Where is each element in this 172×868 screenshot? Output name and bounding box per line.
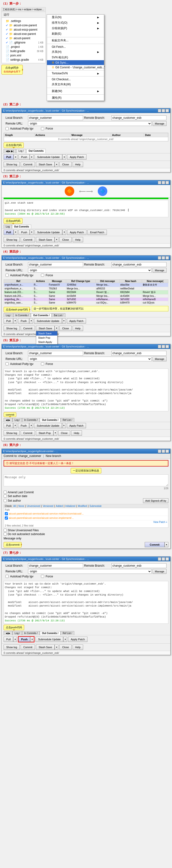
nav-in4[interactable]: In Commits / [13, 313, 31, 317]
manage-btn[interactable]: Manage [153, 121, 167, 126]
explorer-item[interactable]: ✔📄 .gitignore 1 KB [3, 40, 44, 45]
push-btn[interactable]: Push [19, 154, 30, 160]
help-btn4[interactable]: Help [73, 326, 83, 331]
submodule-btn4[interactable]: Submodule Update [34, 318, 62, 323]
menu-item-sort[interactable]: 排序方式(O)▶ [47, 20, 104, 26]
menu-item-show[interactable]: 显示(N)▶ [47, 14, 104, 20]
nav7-in[interactable]: In Commits / [22, 631, 40, 635]
pull7-arrow[interactable]: ▼ [13, 637, 17, 642]
commit-btn[interactable]: Commit [21, 162, 35, 167]
dropdown-stash-pop[interactable]: Stash Pop [36, 336, 57, 340]
help-btn5[interactable]: Help [71, 430, 82, 436]
push5-arrow[interactable]: ▼ [29, 423, 33, 428]
explorer-item[interactable]: 📄 settings.gradle 4 KB [3, 58, 44, 62]
local-branch-input5[interactable] [28, 351, 83, 355]
apply-patch-btn3[interactable]: Apply Patch [67, 230, 87, 235]
autoload5[interactable] [5, 362, 9, 365]
sub5-arrow[interactable]: ▼ [62, 423, 66, 428]
remote-branch-input4[interactable] [112, 262, 167, 267]
menu-item-tortoisesvn[interactable]: TortoiseSVN▶ [47, 71, 104, 76]
nav-log4[interactable]: Log / [4, 313, 13, 317]
email-patch-btn3[interactable]: Email Patch [88, 230, 107, 235]
close7[interactable]: ✕ [166, 557, 169, 561]
nav-log3[interactable]: Log [4, 225, 12, 228]
show-log-btn[interactable]: Show log [4, 162, 20, 167]
close-btn4[interactable]: Close [59, 326, 71, 331]
menu-item-git-fetch[interactable]: Git Fetch... [47, 44, 104, 49]
menu-item-group[interactable]: 分组依据(P)▶ [47, 26, 104, 31]
stash-save-btn7[interactable]: Stash Save [36, 645, 55, 650]
close-btn7[interactable]: Close [59, 645, 71, 650]
set-author-checkbox[interactable] [4, 499, 7, 502]
explorer-item[interactable]: ✔📁 aicust-escp-parent [3, 28, 44, 32]
min3[interactable]: _ [158, 181, 161, 184]
sub4-arrow[interactable]: ▼ [62, 318, 66, 323]
stash-save-btn4[interactable]: Stash Save [36, 326, 55, 331]
commit-btn3[interactable]: Commit [21, 237, 35, 242]
stash5-arrow[interactable]: ▼ [53, 430, 57, 436]
menu-item-share[interactable]: 共享(H)▶ [47, 49, 104, 55]
submodule-btn7[interactable]: Submodule Update [35, 637, 63, 642]
maximize-btn[interactable]: □ [162, 109, 165, 112]
submodule-dropdown-arrow[interactable]: ▼ [62, 154, 66, 160]
remote-url-select[interactable]: origin [28, 121, 152, 126]
autoload-checkbox[interactable] [5, 127, 9, 130]
min4[interactable]: _ [158, 256, 161, 259]
menu-item-share-folder[interactable]: 共享文件夹(W) [47, 82, 104, 87]
push-btn4[interactable]: Push [18, 318, 29, 323]
nav7-bat[interactable]: Ref List / [60, 631, 74, 635]
commit6-arrow[interactable]: ▼ [165, 542, 168, 547]
added-link[interactable]: Added [56, 505, 63, 507]
show-log-btn5[interactable]: Show log [4, 430, 20, 436]
apply-patch-btn5[interactable]: Apply Patch [67, 423, 86, 428]
show-log-btn7[interactable]: Show log [4, 645, 20, 650]
apply-patch-btn7[interactable]: Apply Patch [68, 637, 88, 642]
stash4-arrow[interactable]: ▼ [55, 326, 58, 331]
push3-arrow[interactable]: ▼ [30, 230, 33, 235]
submodule-btn3[interactable]: Submodule Update [34, 230, 62, 235]
help-btn7[interactable]: Help [73, 645, 83, 650]
pull-btn[interactable]: Pull [4, 154, 14, 160]
remote-branch-input7[interactable] [112, 563, 167, 568]
nav-out4[interactable]: Out Commits / [31, 313, 51, 317]
remote-url-select7[interactable]: origin [28, 569, 152, 574]
submodule-link[interactable]: Submodule [90, 505, 102, 507]
dropdown-stash-save[interactable]: Stash Save [36, 331, 57, 336]
initialized-link[interactable]: Initialized [66, 505, 75, 507]
commit-btn6[interactable]: Commit [145, 542, 165, 547]
push-btn3[interactable]: Push [19, 230, 30, 235]
set-author-date-checkbox[interactable] [4, 494, 7, 498]
nav7-p[interactable]: ◀ ▶ [4, 631, 13, 635]
local-branch-input4[interactable] [28, 262, 83, 267]
explorer-item[interactable]: ✔📁 aicust-core-parent [3, 23, 44, 28]
menu-item-refresh[interactable]: 刷新(E) [47, 31, 104, 37]
nav-log[interactable]: Log / [16, 149, 26, 153]
pull-dropdown-arrow[interactable]: ▼ [14, 154, 18, 160]
submodule-btn[interactable]: Submodule Update [34, 154, 62, 160]
menu-item-properties[interactable]: 属性(R) [47, 95, 104, 101]
push-btn5[interactable]: Push [18, 423, 29, 428]
nav5-log[interactable]: Log / [13, 418, 22, 422]
force5[interactable] [41, 362, 44, 365]
close6[interactable]: ✕ [166, 450, 169, 453]
show-log-btn4[interactable]: Show log [4, 326, 20, 331]
all-link[interactable]: All [13, 505, 16, 507]
pull3-arrow[interactable]: ▼ [14, 230, 18, 235]
push-btn7[interactable]: Push [19, 637, 30, 642]
remote-url-select4[interactable]: origin [28, 268, 152, 273]
autoload7[interactable] [5, 575, 9, 578]
add-signed-off-btn[interactable]: Add Signed-off-by [143, 498, 168, 503]
nav5-out[interactable]: Out Commits / [40, 418, 60, 422]
pull-btn7[interactable]: Pull [4, 637, 13, 642]
menu-item-git-checkout[interactable]: Git Checkout... [47, 77, 104, 82]
min6[interactable]: _ [158, 450, 161, 453]
menu-item-new[interactable]: 新建(W)▶ [47, 88, 104, 94]
manage-btn4[interactable]: Manage [153, 268, 167, 273]
force4[interactable] [41, 274, 44, 277]
local-branch-input[interactable] [28, 116, 83, 120]
pull5-arrow[interactable]: ▼ [13, 423, 17, 428]
close4[interactable]: ✕ [166, 256, 169, 259]
explorer-item[interactable]: 📄 pom.xml [3, 53, 44, 58]
unversioned-link[interactable]: Unversioned [27, 505, 40, 507]
push-dropdown-arrow[interactable]: ▼ [30, 154, 33, 160]
